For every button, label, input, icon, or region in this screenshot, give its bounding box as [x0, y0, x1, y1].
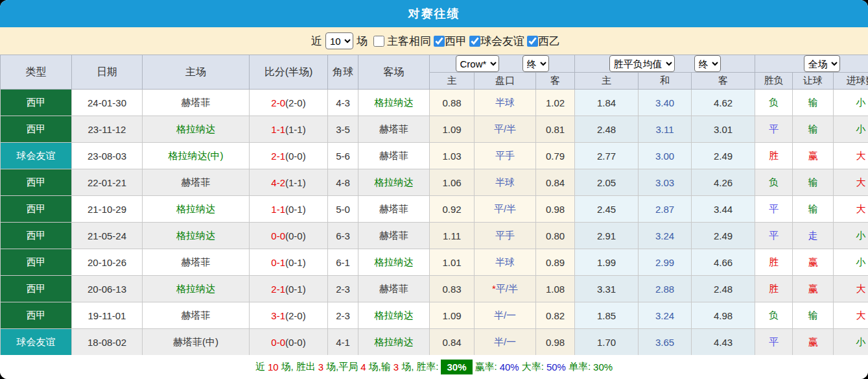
summary-losses-count: 3: [393, 361, 399, 373]
club-friendly-checkbox[interactable]: [469, 36, 480, 47]
fulltime-score: 2-0: [271, 97, 285, 108]
handicap-text: 半球: [495, 97, 515, 108]
fulltime-score: 0-0: [271, 337, 285, 348]
handicap-text: 半/一: [494, 336, 516, 347]
avg-away: 3.01: [692, 116, 755, 143]
same-venue-checkbox[interactable]: [373, 36, 384, 47]
away-odds: 0.84: [536, 169, 575, 196]
home-odds: 1.01: [430, 249, 475, 276]
halftime-score: (0-0): [285, 337, 306, 348]
match-score: 0-0(0-0): [250, 223, 328, 249]
away-odds: 0.89: [536, 249, 575, 276]
home-odds: 1.11: [430, 223, 475, 249]
match-row: 球会友谊23-08-03格拉纳达(中)2-1(0-0)5-6赫塔菲1.03平手0…: [1, 143, 868, 169]
avg-home: 2.91: [575, 223, 639, 249]
match-type-badge: 西甲: [1, 169, 72, 196]
home-team: 赫塔菲: [143, 169, 250, 196]
single-rate-label: 单率:: [569, 361, 591, 373]
recent-count-select[interactable]: 10: [325, 32, 353, 49]
halftime-score: (1-1): [285, 177, 306, 188]
segunda-checkbox[interactable]: [527, 36, 538, 47]
away-team: 赫塔菲: [358, 143, 430, 169]
match-score: 4-2(1-1): [250, 169, 328, 196]
odds-time-select[interactable]: 终: [522, 55, 549, 72]
match-date: 21-10-29: [72, 196, 143, 223]
result-handicap: 赢: [793, 276, 834, 302]
fulltime-score: 1-1: [271, 204, 285, 215]
avg-source-select[interactable]: 胜平负均值: [609, 55, 675, 72]
history-table-wrap: 类型 日期 主场 比分(半场) 角球 客场 Crow* 终 胜平负均值: [0, 55, 868, 355]
result-handicap: 输: [793, 169, 834, 196]
handicap-line: 半/一: [475, 329, 536, 356]
match-type-badge: 球会友谊: [1, 329, 72, 356]
home-team: 格拉纳达: [143, 276, 250, 302]
result-handicap: 赢: [793, 249, 834, 276]
avg-home: 2.48: [575, 116, 639, 143]
home-odds: 0.88: [430, 90, 475, 116]
league-filter-club-friendly[interactable]: 球会友谊: [469, 34, 524, 49]
filter-bar: 近 10 场 主客相同 西甲 球会友谊 西乙: [0, 27, 868, 55]
avg-time-select[interactable]: 终: [694, 55, 721, 72]
odds-company-select[interactable]: Crow*: [456, 55, 499, 72]
result-goals: 小: [834, 90, 868, 116]
handicap-line: 半球: [475, 90, 536, 116]
match-row: 西甲24-01-30赫塔菲2-0(2-0)4-3格拉纳达0.88半球1.021.…: [1, 90, 868, 116]
away-odds: 0.82: [536, 302, 575, 329]
home-odds: 0.84: [430, 329, 475, 356]
laliga-checkbox[interactable]: [434, 36, 445, 47]
segunda-label: 西乙: [538, 34, 560, 49]
match-type-badge: 西甲: [1, 249, 72, 276]
fulltime-score: 0-0: [271, 230, 285, 241]
corner-score: 6-3: [328, 223, 358, 249]
match-row: 西甲21-05-24格拉纳达0-0(0-0)6-3赫塔菲1.11平手0.802.…: [1, 223, 868, 249]
col-header-type: 类型: [1, 55, 72, 90]
away-team: 赫塔菲: [358, 223, 430, 249]
col-header-odds-away: 客: [536, 73, 575, 90]
result-goals: 大: [834, 276, 868, 302]
result-goals: 大: [834, 143, 868, 169]
match-row: 西甲23-11-12格拉纳达1-1(1-1)3-5赫塔菲1.09平/半0.812…: [1, 116, 868, 143]
handicap-rate-label: 赢率:: [475, 361, 497, 373]
match-date: 21-05-24: [72, 223, 143, 249]
avg-home: 1.99: [575, 249, 639, 276]
club-friendly-label: 球会友谊: [480, 34, 524, 49]
result-goals: 小: [834, 223, 868, 249]
corner-score: 2-3: [328, 276, 358, 302]
result-wdl: 平: [755, 223, 793, 249]
match-score: 1-1(0-1): [250, 196, 328, 223]
avg-draw: 3.24: [639, 302, 692, 329]
away-odds: 0.80: [536, 223, 575, 249]
halftime-score: (0-1): [285, 284, 306, 295]
big-rate-value: 50%: [546, 361, 566, 373]
win-rate-label: 胜率:: [416, 361, 438, 373]
match-date: 23-08-03: [72, 143, 143, 169]
handicap-line: 平手: [475, 223, 536, 249]
same-venue-label: 主客相同: [387, 34, 431, 49]
col-header-wdl: 胜负: [755, 73, 793, 90]
away-odds: 0.98: [536, 196, 575, 223]
result-handicap: 赢: [793, 329, 834, 356]
league-filter-laliga[interactable]: 西甲: [434, 34, 467, 49]
avg-away: 2.49: [692, 143, 755, 169]
scope-select[interactable]: 全场: [804, 55, 840, 72]
match-type-badge: 西甲: [1, 302, 72, 329]
col-header-away: 客场: [358, 55, 430, 90]
result-goals: 小: [834, 329, 868, 356]
result-goals: 小: [834, 249, 868, 276]
avg-draw: 3.03: [639, 169, 692, 196]
avg-home: 3.31: [575, 276, 639, 302]
handicap-line: 半/一: [475, 302, 536, 329]
league-filter-segunda[interactable]: 西乙: [527, 34, 560, 49]
result-handicap: 输: [793, 116, 834, 143]
home-team: 赫塔菲: [143, 302, 250, 329]
fulltime-score: 4-2: [271, 177, 285, 188]
home-team: 赫塔菲: [143, 90, 250, 116]
match-score: 2-1(0-1): [250, 276, 328, 302]
home-team: 格拉纳达: [143, 116, 250, 143]
handicap-line: 平/半: [475, 196, 536, 223]
away-team: 格拉纳达: [358, 90, 430, 116]
match-row: 西甲20-10-26赫塔菲0-1(0-1)6-1格拉纳达1.01半球0.891.…: [1, 249, 868, 276]
away-team: 格拉纳达: [358, 329, 430, 356]
col-header-home: 主场: [143, 55, 250, 90]
halftime-score: (2-0): [285, 310, 306, 321]
